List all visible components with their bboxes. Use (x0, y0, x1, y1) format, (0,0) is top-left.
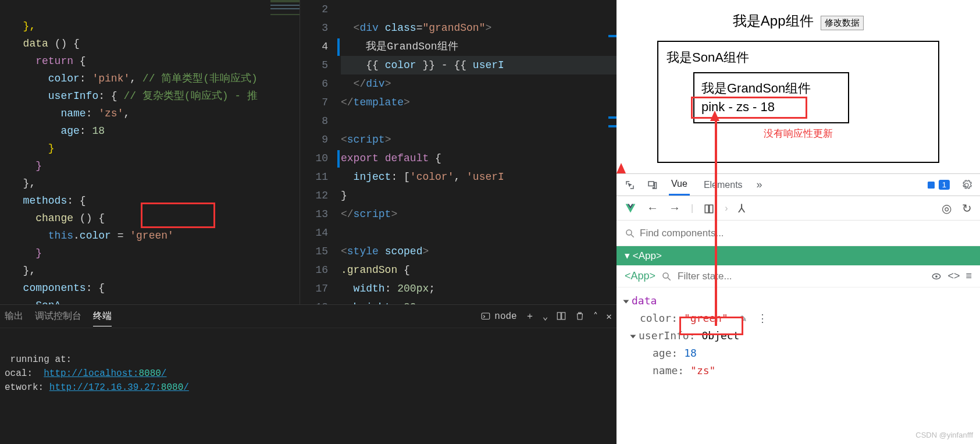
menu-icon[interactable]: ≡ (965, 270, 972, 282)
svg-rect-2 (710, 205, 713, 213)
code-icon[interactable]: <> (947, 270, 960, 282)
dropdown-icon[interactable]: ⌄ (543, 311, 548, 322)
svg-rect-11 (562, 312, 565, 319)
target-icon[interactable]: ◎ (942, 201, 952, 215)
svg-rect-10 (558, 312, 561, 319)
component-state: data color: "green" ✎ ⋮ userInfo: Object… (616, 287, 980, 384)
components-view-icon[interactable] (704, 201, 714, 215)
svg-rect-0 (928, 182, 935, 189)
svg-point-5 (663, 273, 668, 278)
annotation-note: 没有响应性更新 (667, 127, 930, 140)
watermark: CSDN @yinfanfff (915, 431, 973, 439)
state-section: data (632, 294, 657, 307)
state-key-age: age (653, 347, 672, 359)
state-key-color: color (640, 312, 671, 324)
issues-badge[interactable]: 1 (926, 180, 950, 190)
terminal-panel[interactable]: 输出 调试控制台 终端 node ＋ ⌄ ˄ ✕ running at: oca… (0, 304, 616, 444)
local-url-link[interactable]: http://localhost:8080/ (44, 368, 166, 379)
search-icon (661, 271, 672, 282)
line-number-gutter: 2 3 4 5 6 7 8 9 10 11 12 13 14 15 16 17 … (300, 0, 335, 317)
annotation-arrow-icon (616, 163, 626, 173)
tab-output[interactable]: 输出 (5, 307, 23, 326)
code-line: }, (10, 20, 35, 32)
state-value-name: "zs" (690, 364, 715, 376)
browser-preview: 我是App组件 修改数据 我是SonA组件 我是GrandSon组件 pink … (616, 0, 980, 173)
devtools-panel[interactable]: Vue Elements » 1 ← → | (616, 173, 980, 444)
minimap-icon (270, 0, 300, 93)
tree-icon[interactable]: ⅄ (738, 201, 745, 215)
state-key-name: name (653, 364, 678, 376)
svg-line-4 (631, 235, 634, 237)
gutter-change-marker (337, 150, 340, 168)
refresh-icon[interactable]: ↻ (962, 201, 972, 215)
new-terminal-icon[interactable]: ＋ (525, 310, 534, 322)
svg-rect-9 (482, 313, 490, 319)
component-search-input[interactable] (640, 228, 972, 239)
vue-logo-icon (625, 203, 636, 214)
annotation-arrow-head-icon (710, 111, 719, 121)
tab-elements[interactable]: Elements (701, 175, 745, 195)
annotation-red-box (691, 97, 807, 119)
svg-point-3 (626, 230, 632, 235)
grandSon-title: 我是GrandSon组件 (701, 79, 841, 98)
sonA-title: 我是SonA组件 (667, 49, 930, 66)
component-tree-root[interactable]: ▾ <App> (616, 246, 980, 265)
settings-icon[interactable] (961, 179, 972, 191)
code-area-right[interactable]: <div class="grandSon"> 我是GrandSon组件 {{ c… (341, 0, 616, 354)
tab-debug-console[interactable]: 调试控制台 (35, 307, 81, 326)
gutter-change-marker (337, 38, 340, 56)
state-header: <App> <> ≡ (616, 265, 980, 287)
terminal-shell-icon[interactable]: node (480, 311, 516, 322)
search-icon (625, 228, 635, 239)
more-icon[interactable]: ⋮ (757, 312, 768, 324)
inspect-icon[interactable] (625, 179, 635, 191)
svg-line-6 (668, 278, 671, 280)
eye-icon[interactable] (931, 270, 942, 282)
device-icon[interactable] (647, 179, 657, 191)
svg-point-8 (936, 275, 938, 278)
close-icon[interactable]: ✕ (606, 311, 612, 322)
nav-forward-icon[interactable]: → (669, 201, 680, 215)
chevron-down-icon[interactable] (623, 300, 629, 304)
sonA-box: 我是SonA组件 我是GrandSon组件 pink - zs - 18 没有响… (657, 41, 939, 163)
chevron-up-icon[interactable]: ˄ (593, 311, 598, 322)
tab-vue[interactable]: Vue (669, 174, 690, 196)
trash-icon[interactable] (575, 311, 585, 321)
app-title: 我是App组件 (733, 13, 814, 29)
component-search (616, 221, 980, 246)
network-url-link[interactable]: http://172.16.39.27:8080/ (49, 382, 189, 393)
chevron-down-icon[interactable] (630, 335, 636, 339)
annotation-red-box (679, 317, 743, 335)
annotation-arrow-line (715, 119, 717, 326)
code-area-left[interactable]: }, data () { return { color: 'pink', // … (0, 0, 300, 349)
tab-terminal[interactable]: 终端 (93, 307, 112, 326)
selected-component-crumb[interactable]: <App> (625, 270, 655, 282)
more-tabs-icon[interactable]: » (757, 179, 762, 191)
state-value-age: 18 (684, 347, 697, 359)
svg-rect-1 (705, 205, 708, 213)
terminal-output[interactable]: running at: ocal: http://localhost:8080/… (0, 328, 616, 402)
annotation-red-box (141, 203, 215, 228)
nav-back-icon[interactable]: ← (647, 201, 658, 215)
vue-toolbar: ← → | › ⅄ ◎ ↻ (616, 196, 980, 221)
split-terminal-icon[interactable] (556, 311, 566, 321)
modify-data-button[interactable]: 修改数据 (821, 16, 864, 30)
devtools-tabs: Vue Elements » 1 (616, 174, 980, 196)
